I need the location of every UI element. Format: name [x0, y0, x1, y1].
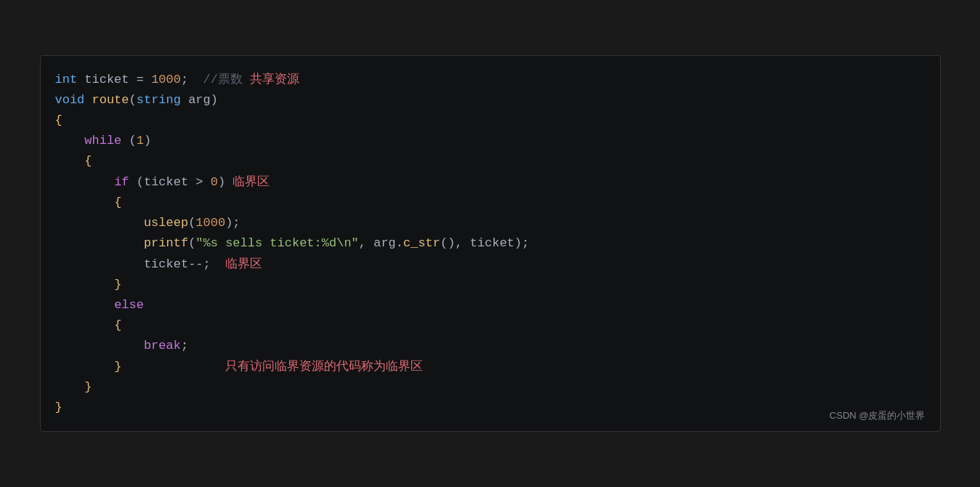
code-line: ticket--; 临界区: [55, 254, 926, 275]
code-line: {: [55, 110, 926, 131]
code-token: [55, 377, 85, 398]
code-token: (: [129, 90, 137, 110]
code-line: }: [55, 377, 926, 398]
code-token: ): [218, 172, 232, 193]
code-token: ;: [181, 336, 188, 356]
code-token: 1000: [151, 70, 181, 90]
code-token: string: [137, 90, 181, 110]
code-line: else: [55, 295, 926, 315]
code-token: [55, 275, 115, 295]
code-token: [55, 193, 115, 213]
code-line: void route(string arg): [55, 90, 926, 110]
code-line: }: [55, 275, 926, 295]
code-token: ticket--;: [55, 254, 226, 275]
code-token: (: [188, 213, 195, 233]
code-token: [84, 90, 92, 110]
page-wrapper: int ticket = 1000; //票数 共享资源void route(s…: [0, 0, 980, 487]
code-token: 1000: [195, 213, 225, 233]
code-token: usleep: [144, 213, 188, 233]
code-container: int ticket = 1000; //票数 共享资源void route(s…: [40, 55, 941, 432]
code-token: "%s sells ticket:%d\n": [195, 233, 358, 254]
code-token: [55, 336, 144, 356]
code-line: int ticket = 1000; //票数 共享资源: [55, 69, 926, 90]
code-token: [55, 131, 85, 151]
code-line: }: [55, 398, 926, 418]
code-token: route: [92, 90, 129, 110]
code-token: [55, 295, 115, 315]
code-token: (: [121, 131, 136, 151]
code-token: break: [144, 336, 181, 356]
code-token: {: [114, 193, 121, 213]
code-token: , arg.: [359, 233, 403, 254]
code-token: else: [114, 295, 144, 315]
code-token: [55, 213, 144, 233]
code-token: 0: [211, 172, 218, 193]
code-line: printf("%s sells ticket:%d\n", arg.c_str…: [55, 233, 926, 254]
code-token: ): [144, 131, 151, 151]
code-token: void: [55, 90, 85, 110]
code-token: }: [114, 275, 121, 295]
code-line: {: [55, 193, 926, 213]
code-token: int: [55, 70, 78, 90]
code-token: c_str: [403, 233, 440, 254]
code-token: {: [55, 110, 62, 131]
code-token: [55, 151, 85, 172]
code-line: while (1): [55, 131, 926, 151]
code-line: {: [55, 315, 926, 336]
code-token: arg): [181, 90, 218, 110]
code-token: if: [114, 172, 129, 193]
code-token: }: [114, 357, 121, 377]
code-line: {: [55, 151, 926, 172]
code-token: //票数: [203, 70, 251, 90]
code-token: ticket =: [77, 70, 151, 90]
footer-text: CSDN @皮蛋的小世界: [830, 409, 926, 422]
code-line: if (ticket > 0) 临界区: [55, 172, 926, 193]
code-token: }: [84, 377, 92, 398]
code-token: ;: [181, 70, 203, 90]
code-token: printf: [144, 233, 188, 254]
code-token: [55, 172, 115, 193]
code-line: } 只有访问临界资源的代码称为临界区: [55, 356, 926, 377]
code-token: {: [84, 151, 92, 172]
code-line: break;: [55, 336, 926, 356]
code-token: 只有访问临界资源的代码称为临界区: [225, 356, 423, 377]
code-token: (ticket >: [129, 172, 211, 193]
code-token: (), ticket);: [440, 233, 529, 254]
code-token: [55, 357, 115, 377]
code-token: 临界区: [232, 172, 270, 192]
code-token: 1: [137, 131, 144, 151]
code-line: usleep(1000);: [55, 213, 926, 233]
code-token: );: [225, 213, 240, 233]
code-token: [55, 233, 144, 254]
code-token: {: [114, 315, 121, 336]
code-block: int ticket = 1000; //票数 共享资源void route(s…: [55, 69, 926, 419]
code-token: 共享资源: [250, 69, 299, 89]
code-token: (: [188, 233, 195, 254]
code-token: while: [84, 131, 121, 151]
code-token: [121, 357, 225, 377]
code-token: }: [55, 398, 62, 418]
code-token: [55, 315, 115, 336]
code-token: 临界区: [225, 254, 262, 274]
